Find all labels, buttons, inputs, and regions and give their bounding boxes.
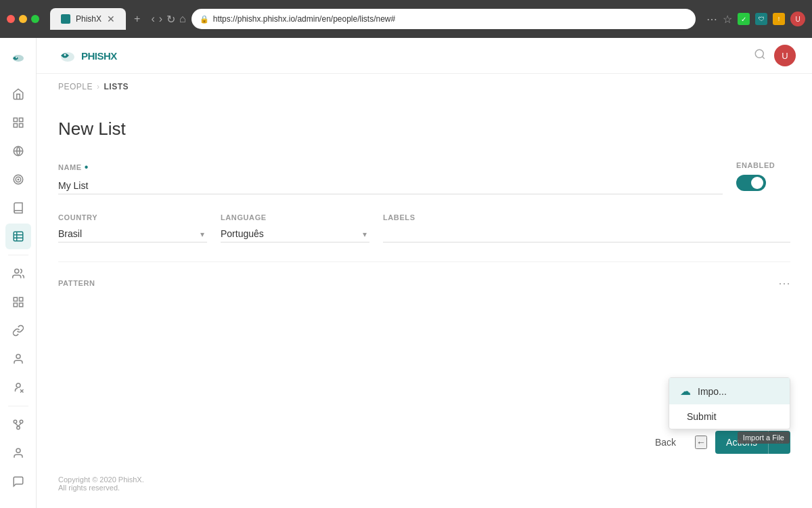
enabled-label: ENABLED [736,161,775,169]
svg-rect-3 [19,118,22,121]
svg-point-30 [64,54,66,56]
footer-actions: Back ← Actions ⋯ ☁ Impo... Import a File… [37,420,812,465]
back-button[interactable]: Back [644,431,687,453]
svg-rect-5 [19,124,22,127]
import-label: Impo... [698,386,727,397]
dropdown-import-item[interactable]: ☁ Impo... Import a File [669,378,790,404]
ext-shield-icon: 🛡 [755,13,767,25]
top-header: PHISHX U [37,38,812,74]
svg-point-20 [16,383,20,387]
browser-chrome: PhishX ✕ + ‹ › ↻ ⌂ 🔒 https://phishx.phis… [0,0,812,38]
app-container: PHISHX U PEOPLE › LISTS New List [0,38,812,508]
svg-rect-16 [19,297,22,301]
svg-point-28 [16,448,20,452]
sidebar-item-people[interactable] [5,261,31,287]
close-window-btn[interactable] [7,15,15,23]
logo-area [10,45,26,79]
svg-point-31 [755,49,763,58]
svg-line-26 [15,423,18,427]
sidebar-item-home[interactable] [5,81,31,107]
svg-point-25 [16,426,20,429]
sidebar-divider-1 [8,255,28,255]
pattern-more-btn[interactable]: ⋯ [778,276,790,291]
svg-rect-17 [14,303,17,307]
svg-rect-2 [14,118,17,121]
phishx-logo: PHISHX [53,46,122,65]
sidebar-item-settings[interactable] [5,440,31,466]
sidebar-item-lists[interactable] [5,224,31,249]
reload-btn[interactable]: ↻ [166,13,175,26]
submit-label: Submit [687,411,717,422]
sidebar [0,38,37,508]
main-content: PHISHX U PEOPLE › LISTS New List [37,38,812,508]
sidebar-item-dashboard[interactable] [5,110,31,135]
home-btn[interactable]: ⌂ [179,13,186,25]
back-arrow-button[interactable]: ← [695,436,707,449]
sidebar-item-support[interactable] [5,469,31,494]
user-avatar[interactable]: U [774,45,796,66]
svg-rect-15 [14,297,17,301]
svg-point-23 [14,420,17,423]
sidebar-item-globe[interactable] [5,138,31,164]
bookmark-icon: ☆ [723,13,732,26]
svg-point-9 [18,179,19,180]
back-nav-btn[interactable]: ‹ [151,13,154,25]
svg-rect-18 [19,303,22,307]
country-select[interactable]: Brasil [58,226,207,242]
name-enabled-row: NAME • ENABLED [58,161,790,194]
labels-label: LABELS [383,213,790,221]
country-select-wrapper: Brasil ▾ [58,226,207,242]
svg-line-27 [18,423,22,427]
pattern-section: PATTERN ⋯ [58,261,790,291]
search-icon[interactable] [754,48,766,64]
svg-point-19 [16,354,20,358]
sidebar-item-target[interactable] [5,167,31,192]
language-label: LANGUAGE [221,213,369,221]
svg-point-1 [16,57,17,58]
name-field-group: NAME • [58,161,723,194]
labels-input[interactable] [383,226,790,242]
language-field-group: LANGUAGE Português ▾ [221,213,369,242]
labels-field-group: LABELS [383,213,790,242]
enabled-toggle[interactable] [736,175,766,191]
rights-text: All rights reserved. [58,484,790,492]
sidebar-item-link[interactable] [5,318,31,343]
sidebar-item-grid[interactable] [5,289,31,315]
maximize-window-btn[interactable] [31,15,39,23]
tab-close-btn[interactable]: ✕ [107,14,115,24]
address-bar[interactable]: 🔒 https://phishx.phishx.io/admin/en/peop… [191,9,696,29]
sidebar-divider-2 [8,406,28,406]
browser-user-avatar[interactable]: U [790,12,805,26]
page-footer: Copyright © 2020 PhishX. All rights rese… [37,465,812,508]
lock-icon: 🔒 [200,15,209,24]
sidebar-item-library[interactable] [5,195,31,221]
new-tab-button[interactable]: + [134,13,140,25]
page-title: New List [58,119,790,140]
svg-point-24 [20,420,23,423]
name-input[interactable] [58,177,723,194]
actions-dropdown-menu: ☁ Impo... Import a File Submit [669,377,790,429]
breadcrumb: PEOPLE › LISTS [58,82,790,91]
extensions-icon: ⋯ [706,13,717,26]
language-select[interactable]: Português [221,226,369,242]
sidebar-item-integrations[interactable] [5,412,31,438]
ext-check-icon: ✓ [738,13,750,25]
sidebar-item-user[interactable] [5,346,31,372]
active-tab[interactable]: PhishX ✕ [50,8,126,30]
dropdown-submit-item[interactable]: Submit [669,404,790,429]
minimize-window-btn[interactable] [19,15,27,23]
nav-controls: ‹ › ↻ ⌂ [151,13,185,26]
import-tooltip: Import a File [738,431,790,444]
breadcrumb-parent[interactable]: PEOPLE [58,82,93,91]
breadcrumb-separator: › [97,82,100,91]
forward-nav-btn[interactable]: › [159,13,162,25]
sidebar-item-blocked[interactable] [5,375,31,400]
svg-rect-4 [14,124,17,127]
tab-title: PhishX [76,14,102,24]
browser-actions: ⋯ ☆ ✓ 🛡 ! U [706,12,805,26]
breadcrumb-current: LISTS [104,82,129,91]
copyright-text: Copyright © 2020 PhishX. [58,475,790,484]
language-select-wrapper: Português ▾ [221,226,369,242]
svg-rect-10 [14,232,23,241]
logo-fish-icon [10,50,26,70]
